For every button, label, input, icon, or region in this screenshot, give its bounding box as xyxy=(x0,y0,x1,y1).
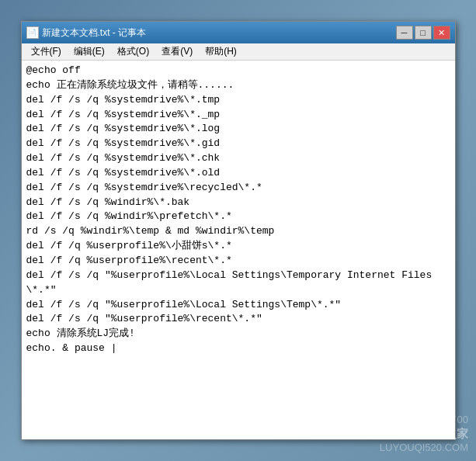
watermark-url: LUYOUQI520.COM xyxy=(380,442,468,453)
minimize-button[interactable]: ─ xyxy=(396,26,413,40)
notepad-window: 📄 新建文本文档.txt - 记事本 ─ □ ✕ 文件(F) 编辑(E) 格式(… xyxy=(21,21,456,440)
text-content[interactable]: @echo off echo 正在清除系统垃圾文件，请稍等...... del … xyxy=(22,61,455,439)
menu-view[interactable]: 查看(V) xyxy=(155,43,199,60)
menu-edit[interactable]: 编辑(E) xyxy=(68,43,111,60)
menu-format[interactable]: 格式(O) xyxy=(111,43,155,60)
window-title: 新建文本文档.txt - 记事本 xyxy=(42,26,147,40)
title-buttons: ─ □ ✕ xyxy=(396,26,450,40)
notepad-icon: 📄 xyxy=(26,26,39,39)
title-bar-left: 📄 新建文本文档.txt - 记事本 xyxy=(26,26,147,40)
menu-help[interactable]: 帮助(H) xyxy=(199,43,243,60)
close-button[interactable]: ✕ xyxy=(433,26,450,40)
menu-bar: 文件(F) 编辑(E) 格式(O) 查看(V) 帮助(H) xyxy=(22,43,455,61)
maximize-button[interactable]: □ xyxy=(415,26,432,40)
title-bar: 📄 新建文本文档.txt - 记事本 ─ □ ✕ xyxy=(22,22,455,43)
menu-file[interactable]: 文件(F) xyxy=(25,43,68,60)
